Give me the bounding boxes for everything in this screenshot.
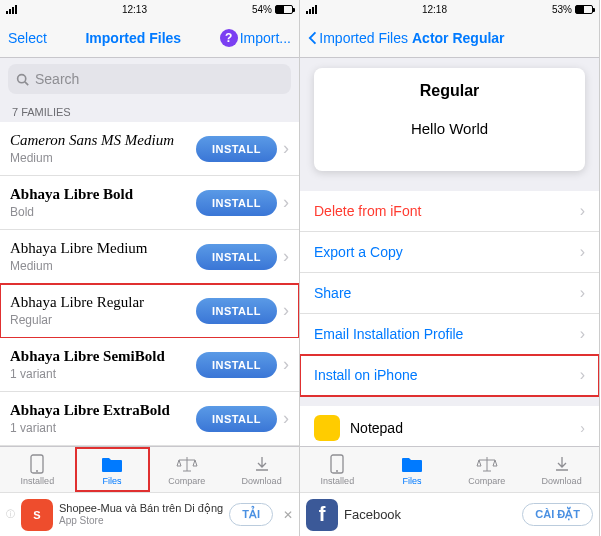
chevron-right-icon: › xyxy=(580,284,585,302)
scales-icon xyxy=(176,454,198,474)
nav-select-button[interactable]: Select xyxy=(8,30,47,46)
font-name: Cameron Sans MS Medium xyxy=(10,132,196,149)
tab-installed[interactable]: Installed xyxy=(0,447,75,492)
tab-compare[interactable]: Compare xyxy=(150,447,225,492)
action-label: Email Installation Profile xyxy=(314,326,463,342)
font-name: Abhaya Libre Regular xyxy=(10,294,196,311)
battery-percent: 53% xyxy=(552,4,572,15)
detail-label: Notepad xyxy=(350,420,403,436)
action-label: Install on iPhone xyxy=(314,367,418,383)
action-label: Share xyxy=(314,285,351,301)
font-subtitle: Medium xyxy=(10,259,196,273)
svg-line-1 xyxy=(25,81,28,84)
tab-download[interactable]: Download xyxy=(524,447,599,492)
chevron-left-icon xyxy=(308,30,317,46)
ad-badge-icon: ⓘ xyxy=(6,508,15,521)
font-name: Abhaya Libre SemiBold xyxy=(10,348,196,365)
ad-banner[interactable]: ⓘ S Shopee-Mua và Bán trên Di động App S… xyxy=(0,492,299,536)
tab-bar: Installed Files Compare Download xyxy=(300,446,599,492)
font-name: Abhaya Libre Bold xyxy=(10,186,196,203)
action-share[interactable]: Share› xyxy=(300,273,599,314)
ad-cta-button[interactable]: CÀI ĐẶT xyxy=(522,503,593,526)
chevron-right-icon: › xyxy=(580,243,585,261)
action-delete-from-ifont[interactable]: Delete from iFont› xyxy=(300,191,599,232)
nav-import-button[interactable]: ? Import... xyxy=(220,29,291,47)
signal-icon xyxy=(306,5,317,14)
tab-bar: Installed Files Compare Download xyxy=(0,446,299,492)
battery-icon xyxy=(575,5,593,14)
status-time: 12:13 xyxy=(122,4,147,15)
font-row[interactable]: Abhaya Libre MediumMediumINSTALL› xyxy=(0,230,299,284)
chevron-right-icon: › xyxy=(283,408,289,429)
action-label: Delete from iFont xyxy=(314,203,421,219)
font-subtitle: 1 variant xyxy=(10,367,196,381)
chevron-right-icon: › xyxy=(283,138,289,159)
font-row[interactable]: Abhaya Libre ExtraBold1 variantINSTALL› xyxy=(0,392,299,446)
svg-point-3 xyxy=(36,470,38,472)
install-button[interactable]: INSTALL xyxy=(196,406,277,432)
folder-icon xyxy=(101,454,123,474)
preview-weight: Regular xyxy=(328,82,571,100)
nav-bar: Imported Files Actor Regular xyxy=(300,18,599,58)
chevron-right-icon: › xyxy=(283,246,289,267)
families-header: 7 FAMILIES xyxy=(0,100,299,122)
ad-subtitle: App Store xyxy=(59,515,223,527)
tab-files[interactable]: Files xyxy=(375,447,450,492)
preview-sample: Hello World xyxy=(328,120,571,137)
screen-font-detail: 12:18 53% Imported Files Actor Regular R… xyxy=(300,0,600,536)
install-button[interactable]: INSTALL xyxy=(196,352,277,378)
nav-title: Actor Regular xyxy=(408,30,571,46)
install-button[interactable]: INSTALL xyxy=(196,244,277,270)
chevron-right-icon: › xyxy=(283,300,289,321)
chevron-right-icon: › xyxy=(283,192,289,213)
action-export-a-copy[interactable]: Export a Copy› xyxy=(300,232,599,273)
folder-icon xyxy=(401,454,423,474)
tab-installed[interactable]: Installed xyxy=(300,447,375,492)
ad-banner[interactable]: f Facebook CÀI ĐẶT xyxy=(300,492,599,536)
detail-notepad[interactable]: Notepad› xyxy=(300,406,599,451)
tab-download[interactable]: Download xyxy=(224,447,299,492)
screen-font-list: 12:13 54% Select Imported Files ? Import… xyxy=(0,0,300,536)
svg-point-0 xyxy=(18,74,26,82)
chevron-right-icon: › xyxy=(580,420,585,436)
status-time: 12:18 xyxy=(422,4,447,15)
search-placeholder: Search xyxy=(35,71,79,87)
action-install-on-iphone[interactable]: Install on iPhone› xyxy=(300,355,599,396)
phone-icon xyxy=(26,454,48,474)
ad-close-icon[interactable]: ✕ xyxy=(283,508,293,522)
ad-title: Facebook xyxy=(344,507,516,523)
tab-files[interactable]: Files xyxy=(75,447,150,492)
help-icon[interactable]: ? xyxy=(220,29,238,47)
install-button[interactable]: INSTALL xyxy=(196,298,277,324)
battery-icon xyxy=(275,5,293,14)
font-row[interactable]: Cameron Sans MS MediumMediumINSTALL› xyxy=(0,122,299,176)
chevron-right-icon: › xyxy=(580,202,585,220)
nav-bar: Select Imported Files ? Import... xyxy=(0,18,299,58)
font-row[interactable]: Abhaya Libre BoldBoldINSTALL› xyxy=(0,176,299,230)
font-row[interactable]: Abhaya Libre RegularRegularINSTALL› xyxy=(0,284,299,338)
search-input[interactable]: Search xyxy=(8,64,291,94)
ad-title: Shopee-Mua và Bán trên Di động xyxy=(59,502,223,515)
install-button[interactable]: INSTALL xyxy=(196,136,277,162)
ad-cta-button[interactable]: TẢI xyxy=(229,503,273,526)
action-list: Delete from iFont›Export a Copy›Share›Em… xyxy=(300,191,599,396)
action-email-installation-profile[interactable]: Email Installation Profile› xyxy=(300,314,599,355)
scales-icon xyxy=(476,454,498,474)
download-icon xyxy=(251,454,273,474)
font-subtitle: Bold xyxy=(10,205,196,219)
font-name: Abhaya Libre Medium xyxy=(10,240,196,257)
tab-compare[interactable]: Compare xyxy=(450,447,525,492)
font-row[interactable]: Abhaya Libre SemiBold1 variantINSTALL› xyxy=(0,338,299,392)
nav-back-button[interactable]: Imported Files xyxy=(308,30,408,46)
font-subtitle: Regular xyxy=(10,313,196,327)
font-subtitle: 1 variant xyxy=(10,421,196,435)
font-subtitle: Medium xyxy=(10,151,196,165)
install-button[interactable]: INSTALL xyxy=(196,190,277,216)
download-icon xyxy=(551,454,573,474)
chevron-right-icon: › xyxy=(580,325,585,343)
action-label: Export a Copy xyxy=(314,244,403,260)
font-name: Abhaya Libre ExtraBold xyxy=(10,402,196,419)
phone-icon xyxy=(326,454,348,474)
svg-point-8 xyxy=(336,470,338,472)
chevron-right-icon: › xyxy=(580,366,585,384)
